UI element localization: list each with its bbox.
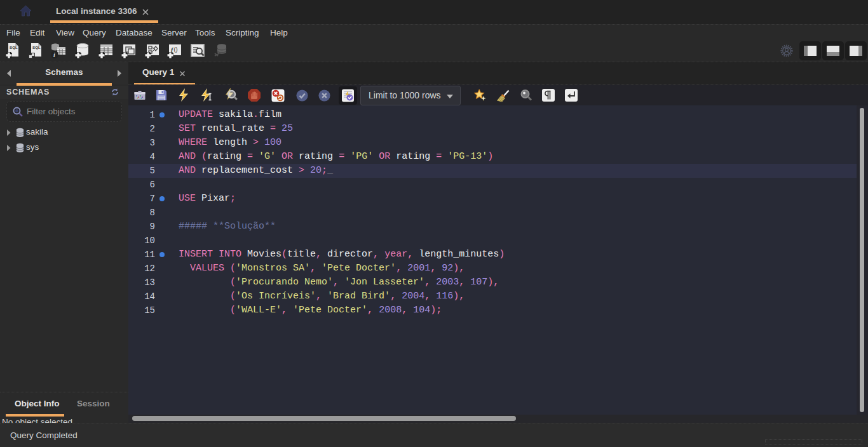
svg-text:i: i (53, 51, 55, 58)
svg-text:(): () (174, 46, 178, 53)
svg-text:SQL: SQL (32, 45, 41, 50)
svg-text:SQL: SQL (10, 45, 18, 50)
